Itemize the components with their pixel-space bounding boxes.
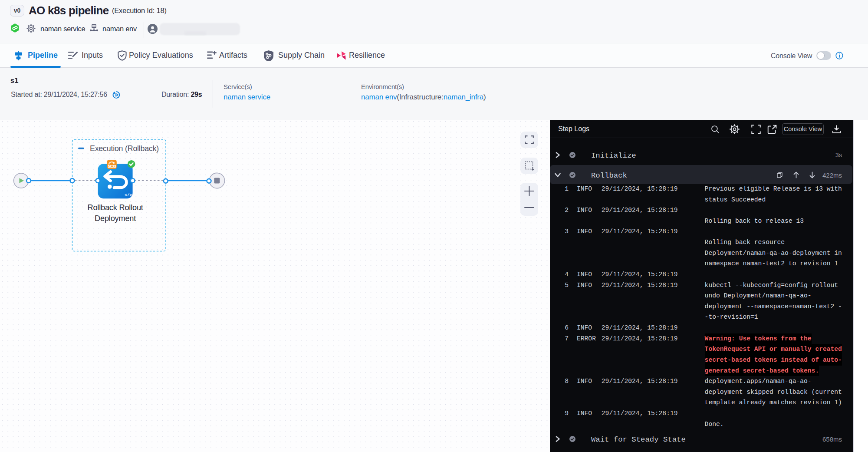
svg-text:</>: </> [125, 193, 132, 198]
svg-text:Rollback Rollout: Rollback Rollout [87, 203, 143, 212]
svg-text:Deployment: Deployment [95, 214, 136, 223]
svg-text:Execution (Rollback): Execution (Rollback) [90, 144, 159, 153]
